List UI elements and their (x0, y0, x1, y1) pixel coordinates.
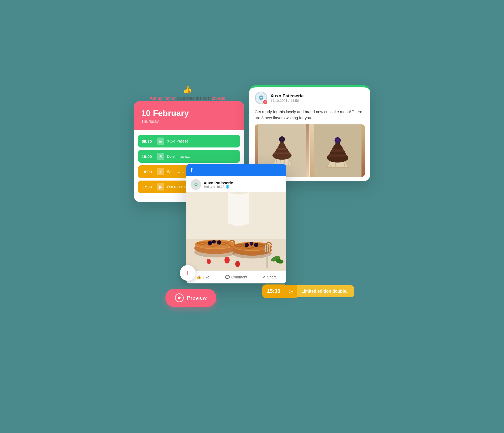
schedule-time-2: 10:00 (142, 154, 154, 159)
svg-point-42 (207, 259, 211, 264)
schedule-item-2[interactable]: 10:00 ◎ Don't miss o... (138, 150, 240, 163)
schedule-text-2: Don't miss o... (167, 154, 190, 159)
badge-instagram-icon: ◎ (285, 285, 297, 298)
svg-point-40 (224, 257, 230, 263)
calendar-date: 10 February (141, 108, 237, 118)
svg-point-20 (335, 139, 337, 140)
svg-rect-45 (267, 244, 268, 252)
schedule-time-4: 17:00 (142, 185, 154, 189)
svg-point-30 (208, 241, 212, 245)
svg-rect-46 (269, 244, 270, 252)
ig-cupcake-image-2 (310, 124, 365, 177)
svg-point-23 (338, 140, 340, 142)
approver-name: Ammy Taylor (150, 96, 176, 101)
svg-rect-43 (266, 255, 268, 268)
facebook-brand-name: Xuxo Patisserie (204, 181, 233, 185)
svg-point-10 (279, 139, 281, 141)
ig-avatar: ◎ (255, 92, 267, 104)
instagram-icon-2: ◎ (157, 168, 164, 175)
preview-icon (175, 293, 184, 302)
comment-label: Comment (231, 275, 247, 279)
svg-point-31 (212, 240, 216, 244)
svg-point-32 (217, 240, 221, 245)
facebook-actions: 👍 Like 💬 Comment ↗ Share (186, 271, 286, 283)
facebook-card: f ✿ Xuxo Patisserie Today at 19:33 🌐 ··· (186, 164, 286, 283)
comment-icon: 💬 (225, 275, 230, 279)
preview-label: Preview (187, 295, 207, 301)
facebook-share-button[interactable]: ↗ Share (253, 273, 286, 281)
svg-point-21 (338, 139, 340, 140)
facebook-post-image (186, 192, 286, 271)
like-label: Like (203, 275, 209, 279)
share-icon: ↗ (262, 275, 265, 279)
svg-point-39 (254, 243, 258, 247)
svg-point-19 (337, 139, 338, 141)
badge-text: Limited edition double... (297, 285, 354, 297)
linkedin-icon: in (157, 138, 164, 145)
thumbs-up-icon: 👍 (183, 85, 192, 94)
schedule-time-1: 09:30 (142, 139, 154, 144)
preview-button[interactable]: Preview (165, 289, 216, 307)
calendar-header: 10 February Thursday (134, 101, 244, 130)
facebook-post-time: Today at 19:33 🌐 (204, 185, 233, 189)
approval-action: approved the post (177, 96, 211, 101)
approval-time: 2h ago (212, 96, 225, 101)
approval-notice: 👍 Ammy Taylor approved the post 2h ago (150, 85, 225, 101)
schedule-time-3: 15:00 (142, 170, 154, 174)
svg-point-38 (250, 242, 253, 246)
schedule-item-1[interactable]: 09:30 in Xuxo Patisse... (138, 135, 240, 147)
add-button[interactable]: + (180, 265, 196, 281)
share-label: Share (267, 275, 277, 279)
facebook-more-options[interactable]: ··· (277, 182, 282, 188)
facebook-brand-info: Xuxo Patisserie Today at 19:33 🌐 (204, 181, 233, 189)
ig-post-date: 14.10.2021 / 14:56 (270, 99, 304, 103)
svg-point-41 (235, 261, 240, 267)
facebook-titlebar: f (186, 164, 286, 176)
badge-time: 15:30 (262, 284, 285, 298)
time-badge: 15:30 ◎ Limited edition double... (262, 284, 354, 298)
facebook-post-header: ✿ Xuxo Patisserie Today at 19:33 🌐 ··· (186, 176, 286, 192)
svg-rect-44 (265, 244, 266, 252)
svg-point-9 (283, 137, 285, 139)
ig-description-text: Get ready for this lovely and brand new … (249, 107, 370, 124)
facebook-time-text: Today at 19:33 (204, 185, 224, 189)
svg-point-7 (281, 138, 283, 140)
calendar-day: Thursday (141, 119, 237, 124)
facebook-logo: f (191, 167, 192, 173)
svg-point-8 (279, 137, 281, 139)
youtube-icon: ▶ (157, 183, 164, 191)
ig-post-header: ◎ Xuxo Patisserie 14.10.2021 / 14:56 (249, 87, 370, 107)
instagram-badge-icon: ◎ (262, 99, 268, 105)
facebook-avatar: ✿ (191, 179, 201, 190)
plus-icon: + (186, 269, 190, 277)
like-icon: 👍 (197, 275, 201, 279)
approval-text: Ammy Taylor approved the post 2h ago (150, 96, 225, 101)
facebook-comment-button[interactable]: 💬 Comment (220, 273, 253, 281)
svg-point-11 (283, 139, 285, 141)
svg-point-37 (245, 243, 249, 247)
ig-brand-name: Xuxo Patisserie (270, 93, 304, 99)
globe-icon: 🌐 (225, 185, 229, 189)
ig-brand-info: Xuxo Patisserie 14.10.2021 / 14:56 (270, 93, 304, 103)
schedule-text-1: Xuxo Patisse... (167, 139, 191, 143)
instagram-icon-1: ◎ (157, 153, 164, 160)
svg-point-22 (335, 140, 337, 142)
